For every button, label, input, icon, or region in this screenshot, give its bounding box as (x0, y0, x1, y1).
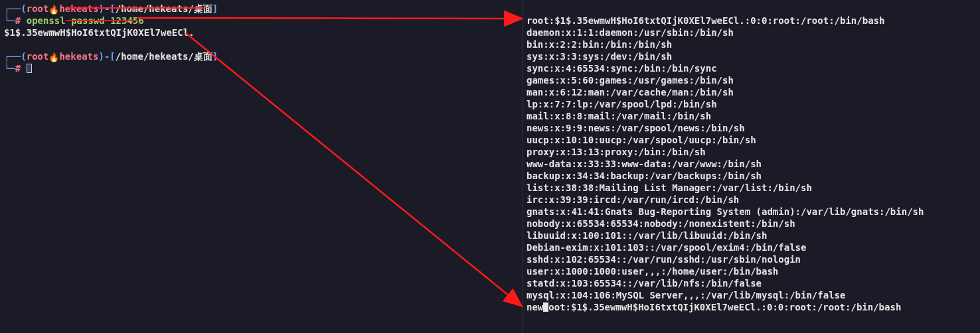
passwd-line: sshd:x:102:65534::/var/run/sshd:/usr/sbi… (527, 253, 976, 265)
prompt-line-1b: └─# openssl passwd 123456 (4, 15, 518, 27)
passwd-line: www-data:x:33:33:www-data:/var/www:/bin/… (527, 158, 976, 170)
prompt-line-1: ┌──(root🔥hekeats)-[/home/hekeats/桌面] (4, 3, 518, 15)
passwd-line: lp:x:7:7:lp:/var/spool/lpd:/bin/sh (527, 98, 976, 110)
right-passwd-pane[interactable]: root:$1$.35ewmwH$HoI6txtQIjK0XEl7weECl.:… (522, 0, 980, 333)
passwd-line: sys:x:3:3:sys:/dev:/bin/sh (527, 50, 976, 62)
prompt-user: root (27, 3, 49, 14)
fire-icon: 🔥 (48, 53, 59, 62)
passwd-line: daemon:x:1:1:daemon:/usr/sbin:/bin/sh (527, 27, 976, 38)
command-output: $1$.35ewmwH$HoI6txtQIjK0XEl7weECl. (4, 27, 518, 38)
passwd-line: games:x:5:60:games:/usr/games:/bin/sh (527, 74, 976, 86)
passwd-line: gnats:x:41:41:Gnats Bug-Reporting System… (527, 206, 976, 218)
prompt-host: hekeats (59, 3, 98, 14)
command-text: openssl passwd 123456 (27, 15, 144, 26)
passwd-line: uucp:x:10:10:uucp:/var/spool/uucp:/bin/s… (527, 134, 976, 146)
passwd-line: proxy:x:13:13:proxy:/bin:/bin/sh (527, 146, 976, 158)
left-terminal-pane[interactable]: ┌──(root🔥hekeats)-[/home/hekeats/桌面] └─#… (0, 0, 522, 333)
prompt-host-2: hekeats (59, 51, 98, 62)
passwd-line: libuuid:x:100:101::/var/lib/libuuid:/bin… (527, 230, 976, 241)
passwd-line: irc:x:39:39:ircd:/var/run/ircd:/bin/sh (527, 194, 976, 206)
cursor-icon (27, 64, 32, 73)
passwd-line: list:x:38:38:Mailing List Manager:/var/l… (527, 182, 976, 194)
passwd-line: bin:x:2:2:bin:/bin:/bin/sh (527, 38, 976, 50)
passwd-line: user:x:1000:1000:user,,,:/home/user:/bin… (527, 265, 976, 277)
passwd-line: statd:x:103:65534::/var/lib/nfs:/bin/fal… (527, 277, 976, 289)
passwd-line: man:x:6:12:man:/var/cache/man:/bin/sh (527, 86, 976, 98)
passwd-line: Debian-exim:x:101:103::/var/spool/exim4:… (527, 241, 976, 253)
prompt-user-2: root (27, 51, 49, 62)
passwd-line: sync:x:4:65534:sync:/bin:/bin/sync (527, 62, 976, 74)
passwd-line-new: newoot:$1$.35ewmwH$HoI6txtQIjK0XEl7weECl… (527, 301, 976, 313)
prompt-line-2: ┌──(root🔥hekeats)-[/home/hekeats/桌面] (4, 50, 518, 62)
passwd-line: backup:x:34:34:backup:/var/backups:/bin/… (527, 170, 976, 182)
prompt-line-2b[interactable]: └─# (4, 62, 518, 74)
passwd-file-content: root:$1$.35ewmwH$HoI6txtQIjK0XEl7weECl.:… (527, 15, 976, 301)
prompt-path-2: /home/hekeats/桌面 (116, 51, 212, 62)
passwd-line: nobody:x:65534:65534:nobody:/nonexistent… (527, 218, 976, 230)
passwd-line: mysql:x:104:106:MySQL Server,,,:/var/lib… (527, 289, 976, 301)
fire-icon: 🔥 (48, 5, 59, 14)
passwd-line: root:$1$.35ewmwH$HoI6txtQIjK0XEl7weECl.:… (527, 15, 976, 27)
passwd-line: mail:x:8:8:mail:/var/mail:/bin/sh (527, 110, 976, 122)
passwd-line: news:x:9:9:news:/var/spool/news:/bin/sh (527, 122, 976, 134)
prompt-path: /home/hekeats/桌面 (116, 3, 212, 14)
